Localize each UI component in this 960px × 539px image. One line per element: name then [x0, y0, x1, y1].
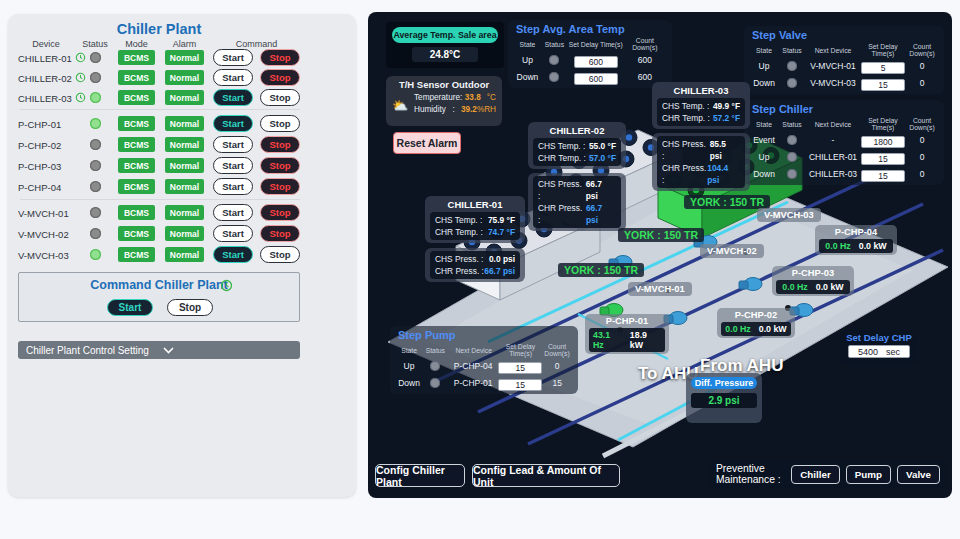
col-state: State: [514, 41, 541, 48]
control-setting-dropdown[interactable]: Chiller Plant Control Setting: [18, 341, 300, 359]
mode-badge[interactable]: BCMS: [118, 205, 155, 220]
state-label: Down: [750, 169, 778, 179]
mode-badge[interactable]: BCMS: [118, 50, 155, 65]
config-lead-amount-button[interactable]: Config Lead & Amount Of Unit: [472, 464, 620, 487]
stop-button[interactable]: Stop: [260, 246, 300, 263]
mode-badge[interactable]: BCMS: [118, 116, 155, 131]
start-button[interactable]: Start: [213, 178, 253, 195]
pump-kw: 0.0 kW: [816, 282, 844, 292]
chr-press-label: CHR Press. :: [435, 265, 484, 277]
step-avg-area-temp-table: Step Avg. Area Temp State Status Set Del…: [508, 20, 672, 88]
countdown-value: 0: [906, 61, 938, 71]
pump-name: P-CHP-04: [819, 227, 893, 237]
stop-button[interactable]: Stop: [260, 115, 300, 132]
command-start-button[interactable]: Start: [107, 299, 153, 316]
humidity-label: Humidity: [414, 104, 452, 116]
device-label: V-MVCH-02: [18, 229, 69, 240]
delay-input[interactable]: 1800: [861, 136, 905, 148]
next-device: P-CHP-04: [448, 361, 498, 371]
state-label: Down: [514, 72, 541, 82]
stop-button[interactable]: Stop: [260, 225, 300, 242]
table-row: CHILLER-03 BCMS Normal Start Stop: [18, 89, 300, 107]
delay-input[interactable]: 15: [861, 153, 905, 165]
pump-name: P-CHP-02: [721, 310, 791, 320]
delay-input[interactable]: 5: [861, 62, 905, 74]
stop-button[interactable]: Stop: [260, 178, 300, 195]
start-button[interactable]: Start: [213, 157, 253, 174]
col-state: State: [750, 121, 778, 128]
countdown-value: 0: [542, 361, 572, 371]
chiller-02-info-box: CHILLER-02 CHS Temp. :55.0 °F CHR Temp. …: [528, 122, 626, 169]
start-button[interactable]: Start: [213, 115, 253, 132]
next-device: V-MVCH-01: [806, 61, 860, 71]
col-status: Status: [422, 347, 448, 354]
start-button[interactable]: Start: [213, 49, 253, 66]
config-chiller-plant-button[interactable]: Config Chiller Plant: [375, 464, 465, 487]
status-dot: [90, 92, 101, 103]
next-device: -: [806, 135, 860, 145]
chs-press-value: 85.5 psi: [710, 138, 740, 162]
york-rating-tag: YORK : 150 TR: [618, 228, 704, 242]
start-button[interactable]: Start: [213, 204, 253, 221]
start-button[interactable]: Start: [213, 246, 253, 263]
status-dot: [787, 78, 797, 88]
col-device: Device: [18, 39, 74, 49]
stop-button[interactable]: Stop: [260, 204, 300, 221]
countdown-value: 15: [542, 378, 572, 388]
delay-input[interactable]: 15: [861, 79, 905, 91]
chs-temp-label: CHS Temp. :: [435, 214, 482, 226]
pm-pump-button[interactable]: Pump: [846, 465, 891, 484]
state-label: Down: [750, 78, 778, 88]
stop-button[interactable]: Stop: [260, 89, 300, 106]
mode-badge[interactable]: BCMS: [118, 226, 155, 241]
pm-valve-button[interactable]: Valve: [897, 465, 940, 484]
reset-alarm-button[interactable]: Reset Alarm: [393, 132, 461, 154]
table-row: V-MVCH-03 BCMS Normal Start Stop: [18, 246, 300, 264]
device-label: P-CHP-03: [18, 161, 61, 172]
mode-badge[interactable]: BCMS: [118, 137, 155, 152]
delay-input[interactable]: 15: [498, 362, 542, 374]
stop-button[interactable]: Stop: [260, 49, 300, 66]
alarm-badge: Normal: [165, 179, 204, 194]
diff-pressure-box: Diff. Pressure 2.9 psi: [686, 373, 762, 423]
table-row: P-CHP-01 BCMS Normal Start Stop: [18, 115, 300, 133]
start-button[interactable]: Start: [213, 225, 253, 242]
device-label: P-CHP-04: [18, 182, 61, 193]
mode-badge[interactable]: BCMS: [118, 158, 155, 173]
mode-badge[interactable]: BCMS: [118, 247, 155, 262]
set-delay-chp-input[interactable]: 5400 sec: [848, 345, 910, 358]
stop-button[interactable]: Stop: [260, 69, 300, 86]
chs-press-label: CHS Press. :: [435, 253, 483, 265]
next-device: P-CHP-01: [448, 378, 498, 388]
chiller-name: CHILLER-02: [533, 125, 621, 136]
mode-badge[interactable]: BCMS: [118, 179, 155, 194]
pump-p-chp-01-box: P-CHP-01 43.1 Hz18.9 kW: [585, 314, 669, 354]
temperature-label: Temperature: [414, 92, 460, 104]
next-device: CHILLER-01: [806, 152, 860, 162]
command-stop-button[interactable]: Stop: [167, 299, 213, 316]
delay-input[interactable]: 600: [574, 56, 618, 68]
delay-input[interactable]: 15: [498, 379, 542, 391]
delay-input[interactable]: 600: [574, 73, 618, 85]
col-state: State: [750, 47, 778, 54]
pump-kw: 0.0 kW: [759, 324, 787, 334]
state-label: Event: [750, 135, 778, 145]
mode-badge[interactable]: BCMS: [118, 90, 155, 105]
alarm-badge: Normal: [165, 226, 204, 241]
humidity-value: 39.2: [457, 104, 477, 116]
clock-icon: [75, 72, 86, 83]
start-button[interactable]: Start: [213, 136, 253, 153]
set-delay-chp-box: Set Delay CHP 5400 sec: [840, 330, 918, 365]
stop-button[interactable]: Stop: [260, 136, 300, 153]
start-button[interactable]: Start: [213, 89, 253, 106]
next-device: V-MVCH-03: [806, 78, 860, 88]
stop-button[interactable]: Stop: [260, 157, 300, 174]
col-command: Command: [213, 39, 300, 49]
device-label: CHILLER-03: [18, 93, 72, 104]
alarm-badge: Normal: [165, 137, 204, 152]
start-button[interactable]: Start: [213, 69, 253, 86]
chs-temp-label: CHS Temp. :: [662, 100, 709, 112]
mode-badge[interactable]: BCMS: [118, 70, 155, 85]
delay-input[interactable]: 15: [861, 170, 905, 182]
pm-chiller-button[interactable]: Chiller: [791, 465, 840, 484]
